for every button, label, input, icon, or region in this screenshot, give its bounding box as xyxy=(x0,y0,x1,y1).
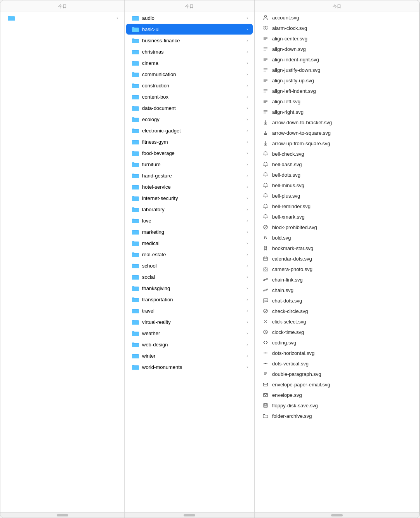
file-bookmark-star[interactable]: ★ bookmark-star.svg xyxy=(256,243,418,253)
folder-basic-ui[interactable]: basic-ui › xyxy=(126,24,253,35)
folder-icon-13 xyxy=(132,161,139,167)
folder-name-13: furniture xyxy=(142,162,245,167)
folder-school[interactable]: school › xyxy=(126,260,253,271)
col2-content[interactable]: audio › basic-ui › business-finance › ch… xyxy=(125,12,254,512)
file-bell-xmark[interactable]: bell-xmark.svg xyxy=(256,212,418,222)
file-calendar-dots[interactable]: calendar-dots.svg xyxy=(256,254,418,264)
folder-icon-4 xyxy=(132,60,139,66)
folder-cinema[interactable]: cinema › xyxy=(126,57,253,68)
folder-fitness-gym[interactable]: fitness-gym › xyxy=(126,136,253,147)
file-folder-archive[interactable]: folder-archive.svg xyxy=(256,411,418,421)
col3-content[interactable]: account.svg alarm-clock.svg align-center… xyxy=(255,12,419,512)
folder-audio[interactable]: audio › xyxy=(126,12,253,23)
folder-christmas[interactable]: christmas › xyxy=(126,46,253,57)
folder-icon-21 xyxy=(132,251,139,257)
folder-icon-24 xyxy=(132,285,139,291)
folder-atlas-icons[interactable]: › xyxy=(2,12,123,23)
folder-ecology[interactable]: ecology › xyxy=(126,114,253,125)
chevron-24: › xyxy=(246,286,248,290)
file-name-17: bell-plus.svg xyxy=(272,193,413,199)
file-icon-32 xyxy=(262,349,269,356)
file-chat-dots[interactable]: chat-dots.svg xyxy=(256,296,418,306)
file-bold[interactable]: B bold.svg xyxy=(256,233,418,243)
folder-communication[interactable]: communication › xyxy=(126,69,253,80)
file-bell-plus[interactable]: bell-plus.svg xyxy=(256,191,418,201)
folder-web-design[interactable]: web-design › xyxy=(126,339,253,350)
folder-transportation[interactable]: transportation › xyxy=(126,294,253,305)
file-align-center[interactable]: align-center.svg xyxy=(256,33,418,43)
folder-content-box[interactable]: content-box › xyxy=(126,91,253,102)
file-dots-horizontal[interactable]: dots-horizontal.svg xyxy=(256,348,418,358)
folder-world-monuments[interactable]: world-monuments › xyxy=(126,362,253,372)
file-bell-check[interactable]: bell-check.svg xyxy=(256,149,418,159)
folder-name-16: internet-security xyxy=(142,195,245,201)
folder-name-12: food-beverage xyxy=(142,150,245,156)
file-bell-dash[interactable]: bell-dash.svg xyxy=(256,159,418,169)
file-check-circle[interactable]: check-circle.svg xyxy=(256,306,418,316)
folder-icon-1 xyxy=(132,26,139,32)
folder-virtual-reality[interactable]: virtual-reality › xyxy=(126,316,253,327)
file-align-left-indent[interactable]: align-left-indent.svg xyxy=(256,86,418,96)
file-chain[interactable]: chain.svg xyxy=(256,285,418,295)
folder-internet-security[interactable]: internet-security › xyxy=(126,193,253,203)
file-align-indent-right[interactable]: align-indent-right.svg xyxy=(256,54,418,64)
file-floppy-disk-save[interactable]: floppy-disk-save.svg xyxy=(256,400,418,410)
file-icon-10 xyxy=(262,119,269,126)
file-bell-minus[interactable]: bell-minus.svg xyxy=(256,180,418,190)
folder-laboratory[interactable]: laboratory › xyxy=(126,204,253,215)
file-arrow-down-to-bracket[interactable]: arrow-down-to-bracket.svg xyxy=(256,117,418,127)
folder-furniture[interactable]: furniture › xyxy=(126,159,253,170)
file-coding[interactable]: coding.svg xyxy=(256,337,418,348)
folder-hand-gesture[interactable]: hand-gesture › xyxy=(126,170,253,181)
folder-real-estate[interactable]: real-estate › xyxy=(126,249,253,260)
folder-business-finance[interactable]: business-finance › xyxy=(126,35,253,46)
svg-point-88 xyxy=(265,321,266,322)
file-icon-15 xyxy=(262,171,269,178)
folder-weather[interactable]: weather › xyxy=(126,328,253,339)
svg-point-81 xyxy=(266,300,266,300)
folder-data-document[interactable]: data-document › xyxy=(126,103,253,113)
folder-food-beverage[interactable]: food-beverage › xyxy=(126,148,253,158)
folder-construction[interactable]: construction › xyxy=(126,80,253,91)
col3-scrollbar[interactable] xyxy=(255,512,419,518)
file-click-select[interactable]: click-select.svg xyxy=(256,316,418,327)
svg-rect-65 xyxy=(264,145,267,146)
file-align-right[interactable]: align-right.svg xyxy=(256,107,418,117)
file-envelope-paper-email[interactable]: envelope-paper-email.svg xyxy=(256,379,418,389)
file-dots-vertical[interactable]: dots-vertical.svg xyxy=(256,358,418,369)
file-align-down[interactable]: align-down.svg xyxy=(256,44,418,54)
col1-scrollbar[interactable] xyxy=(0,512,124,518)
file-name-37: floppy-disk-save.svg xyxy=(272,403,413,408)
file-align-justify-up[interactable]: align-justify-up.svg xyxy=(256,75,418,85)
svg-point-92 xyxy=(266,353,267,353)
file-camera-photo[interactable]: camera-photo.svg xyxy=(256,264,418,274)
folder-medical[interactable]: medical › xyxy=(126,238,253,249)
file-clock-time[interactable]: clock-time.svg xyxy=(256,327,418,337)
file-chain-link[interactable]: chain-link.svg xyxy=(256,275,418,285)
folder-electronic-gadget[interactable]: electronic-gadget › xyxy=(126,125,253,136)
file-envelope[interactable]: envelope.svg xyxy=(256,390,418,400)
folder-hotel-service[interactable]: hotel-service › xyxy=(126,181,253,192)
file-arrow-down-to-square[interactable]: arrow-down-to-square.svg xyxy=(256,128,418,138)
file-bell-dots[interactable]: bell-dots.svg xyxy=(256,170,418,180)
file-arrow-up-from-square[interactable]: arrow-up-from-square.svg xyxy=(256,138,418,148)
file-account[interactable]: account.svg xyxy=(256,12,418,23)
file-align-justify-down[interactable]: align-justify-down.svg xyxy=(256,65,418,75)
folder-name-22: school xyxy=(142,263,245,269)
folder-name-5: communication xyxy=(142,71,245,77)
file-bell-reminder[interactable]: bell-reminder.svg xyxy=(256,201,418,211)
col2-scrollbar[interactable] xyxy=(125,512,254,518)
file-align-left[interactable]: align-left.svg xyxy=(256,96,418,106)
folder-thanksgiving[interactable]: thanksgiving › xyxy=(126,283,253,294)
folder-name-26: travel xyxy=(142,308,245,314)
folder-travel[interactable]: travel › xyxy=(126,305,253,316)
file-name-26: chain.svg xyxy=(272,287,413,293)
folder-winter[interactable]: winter › xyxy=(126,350,253,361)
file-name-28: check-circle.svg xyxy=(272,308,413,314)
folder-social[interactable]: social › xyxy=(126,271,253,282)
file-alarm-clock[interactable]: alarm-clock.svg xyxy=(256,23,418,33)
file-block-prohibited[interactable]: block-prohibited.svg xyxy=(256,222,418,232)
file-double-paragraph[interactable]: double-paragraph.svg xyxy=(256,369,418,379)
folder-marketing[interactable]: marketing › xyxy=(126,226,253,237)
folder-love[interactable]: love › xyxy=(126,215,253,226)
